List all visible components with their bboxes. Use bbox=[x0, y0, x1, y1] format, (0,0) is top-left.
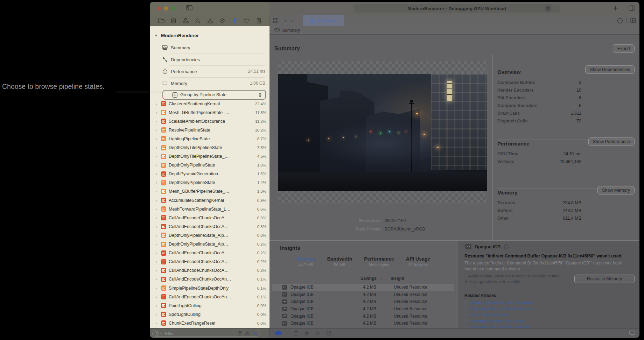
pipeline-state-row[interactable]: › CullAndEncodeChunksOccA… 0.2% bbox=[150, 257, 270, 266]
disclosure-chevron-icon[interactable]: › bbox=[156, 233, 159, 238]
pipeline-state-row[interactable]: › Mesh_GBufferPipelineState_… 1.3% bbox=[150, 187, 270, 196]
disclosure-chevron-icon[interactable]: › bbox=[156, 260, 159, 264]
attachments-view-icon[interactable] bbox=[294, 331, 298, 335]
new-tab-button[interactable] bbox=[613, 6, 618, 11]
related-article-link[interactable]: Exporting Memory Viewer Statistics bbox=[464, 306, 534, 312]
pipeline-state-row[interactable]: › ScalableAmbientObscurance 11.2% bbox=[150, 117, 270, 126]
display-capture-icon[interactable] bbox=[629, 331, 635, 335]
insight-row[interactable]: Opaque ICB 4.2 MB Unused Resource bbox=[272, 320, 454, 327]
pipeline-state-row[interactable]: › CullAndEncodeChunksOccAn… 0.1% bbox=[150, 292, 270, 301]
disclosure-chevron-icon[interactable]: › bbox=[156, 277, 159, 281]
pipeline-state-row[interactable]: › CullAndEncodeChunksOccA… 0.3% bbox=[150, 213, 270, 222]
sidebar-item-dependencies[interactable]: Dependencies bbox=[150, 54, 270, 65]
filter-field[interactable]: Filter bbox=[152, 330, 260, 337]
issues-navigator-icon[interactable] bbox=[170, 18, 177, 23]
pipeline-state-row[interactable]: › LightingPipelineState 8.7% bbox=[150, 134, 270, 143]
back-button[interactable]: ‹ bbox=[285, 17, 287, 23]
insight-row[interactable]: Opaque ICB 4.2 MB Unused Resource bbox=[272, 284, 454, 291]
search-icon[interactable] bbox=[194, 18, 202, 23]
disclosure-chevron-icon[interactable]: › bbox=[156, 242, 159, 246]
project-navigator-icon[interactable] bbox=[158, 18, 165, 23]
pipeline-state-row[interactable]: › CullAndEncodeChunksOccA… 0.2% bbox=[150, 249, 270, 257]
savings-column-header[interactable]: Savings bbox=[360, 276, 377, 281]
tab-overview-icon[interactable] bbox=[273, 18, 279, 23]
disclosure-chevron-icon[interactable]: › bbox=[156, 216, 159, 220]
insight-row[interactable]: Opaque ICB 4.2 MB Unused Resource bbox=[272, 312, 454, 320]
disclosure-chevron-icon[interactable]: › bbox=[156, 154, 159, 158]
disclosure-chevron-icon[interactable]: › bbox=[156, 207, 159, 211]
pipeline-state-row[interactable]: › SpotLightCulling 0.0% bbox=[150, 310, 270, 319]
more-options-icon[interactable] bbox=[617, 18, 623, 24]
pipeline-state-row[interactable]: › DepthOnlyPipelineState 1.8% bbox=[150, 161, 270, 170]
sidebar-item-summary[interactable]: Summary bbox=[150, 42, 270, 54]
show-dependencies-button[interactable]: Show Dependencies bbox=[585, 65, 635, 74]
filter-icon[interactable] bbox=[154, 331, 163, 336]
tab-summary[interactable]: Summary bbox=[303, 15, 344, 26]
sidebar-root-row[interactable]: ▼ ModernRenderer bbox=[150, 31, 270, 40]
related-article-link[interactable]: Investigating Resource Issues bbox=[464, 318, 534, 324]
reveal-in-memory-button[interactable]: Reveal in Memory bbox=[574, 275, 635, 283]
reload-icon[interactable] bbox=[315, 331, 320, 336]
zoom-window-button[interactable] bbox=[171, 6, 175, 10]
debug-spray-icon[interactable] bbox=[231, 18, 238, 23]
disclosure-chevron-icon[interactable]: › bbox=[156, 321, 159, 325]
pipeline-state-row[interactable]: › DepthOnlyPipelineState_Alp… 0.3% bbox=[150, 231, 270, 240]
pipeline-state-row[interactable]: › DepthOnlyTilePipelineState_… 4.5% bbox=[150, 152, 270, 161]
pipeline-state-row[interactable]: › ResolvePipelineState 10.2% bbox=[150, 126, 270, 134]
disclosure-chevron-icon[interactable]: › bbox=[156, 172, 159, 176]
sidebar-item-memory[interactable]: Memory 1.06 GB bbox=[150, 77, 270, 89]
pipeline-state-row[interactable]: › MeshForwardPipelineState_L… 0.6% bbox=[150, 205, 270, 213]
pipeline-state-row[interactable]: › Mesh_GBufferPipelineState_… 11.8% bbox=[150, 108, 270, 117]
insight-row[interactable]: Opaque ICB 4.2 MB Unused Resource bbox=[272, 305, 454, 313]
pipeline-state-row[interactable]: › SimplePipelineStateDepthOnly 0.1% bbox=[150, 284, 270, 292]
pipeline-state-row[interactable]: › CullAndEncodeChunksOccAn… 0.1% bbox=[150, 275, 270, 284]
insights-tab[interactable]: Memory 44.7 MB bbox=[296, 256, 315, 267]
disclosure-chevron-icon[interactable]: › bbox=[156, 304, 159, 308]
disclosure-chevron-icon[interactable]: › bbox=[156, 286, 159, 290]
insight-column-header[interactable]: Insight bbox=[391, 276, 404, 281]
forward-button[interactable]: › bbox=[291, 17, 293, 23]
insights-tab[interactable]: API Usage 31 Insights bbox=[406, 256, 430, 267]
flatten-hierarchy-icon[interactable] bbox=[238, 331, 242, 335]
insights-tab[interactable]: Bandwidth 56 MB bbox=[327, 256, 352, 267]
pipeline-state-row[interactable]: › DepthPyramidGeneration 1.5% bbox=[150, 170, 270, 178]
disclosure-chevron-icon[interactable]: ▼ bbox=[154, 34, 158, 37]
close-window-button[interactable] bbox=[157, 6, 161, 10]
debug-bug-icon[interactable] bbox=[304, 331, 309, 336]
related-article-link[interactable]: Analyzing Resources bbox=[464, 312, 534, 318]
pipeline-state-row[interactable]: › PointLightCulling 0.0% bbox=[150, 301, 270, 310]
show-memory-button[interactable]: Show Memory bbox=[597, 186, 635, 194]
pipeline-state-row[interactable]: › ChunkExecRangeReset 0.0% bbox=[150, 319, 270, 327]
disclosure-chevron-icon[interactable]: › bbox=[156, 163, 159, 167]
toggle-sidebar-icon[interactable] bbox=[186, 5, 192, 10]
disclosure-chevron-icon[interactable]: › bbox=[156, 111, 159, 115]
sidebar-item-performance[interactable]: Performance 24.51 ms bbox=[150, 65, 270, 77]
jump-bar[interactable]: Summary bbox=[270, 26, 639, 35]
warnings-navigator-icon[interactable] bbox=[206, 18, 214, 23]
sparkles-icon[interactable] bbox=[252, 331, 257, 336]
icb-view-toggle[interactable] bbox=[275, 331, 282, 335]
insight-row[interactable]: Opaque ICB 4.2 MB Unused Resource bbox=[272, 298, 454, 305]
pipeline-state-row[interactable]: › AccumulateScatteringKernal 0.9% bbox=[150, 196, 270, 205]
disclosure-chevron-icon[interactable]: › bbox=[156, 312, 159, 317]
disclosure-chevron-icon[interactable]: › bbox=[156, 102, 159, 106]
show-performance-button[interactable]: Show Performance bbox=[588, 137, 635, 146]
add-editor-icon[interactable] bbox=[630, 18, 636, 23]
disclosure-chevron-icon[interactable]: › bbox=[156, 225, 159, 229]
disclosure-chevron-icon[interactable]: › bbox=[156, 268, 159, 272]
disclosure-chevron-icon[interactable]: › bbox=[156, 128, 159, 132]
report-navigator-icon[interactable] bbox=[182, 18, 190, 23]
disclosure-chevron-icon[interactable]: › bbox=[156, 295, 159, 299]
warning-filter-icon[interactable] bbox=[245, 331, 250, 335]
test-navigator-icon[interactable] bbox=[218, 18, 226, 23]
open-resource-icon[interactable]: ➔ bbox=[504, 244, 509, 249]
toggle-inspector-icon[interactable] bbox=[629, 5, 635, 11]
pipeline-state-row[interactable]: › CullAndEncodeChunksOccA… 0.2% bbox=[150, 266, 270, 275]
pipeline-state-row[interactable]: › ClusteredScatteringKernal 22.4% bbox=[150, 99, 270, 108]
disclosure-chevron-icon[interactable]: › bbox=[156, 251, 159, 255]
pipeline-state-row[interactable]: › DepthOnlyPipelineState 1.4% bbox=[150, 178, 270, 187]
disclosure-chevron-icon[interactable]: › bbox=[156, 119, 159, 123]
disclosure-chevron-icon[interactable]: › bbox=[156, 189, 159, 193]
related-article-link[interactable]: Monitoring Basic Memory Statistics bbox=[464, 299, 534, 306]
disclosure-chevron-icon[interactable]: › bbox=[156, 180, 159, 185]
